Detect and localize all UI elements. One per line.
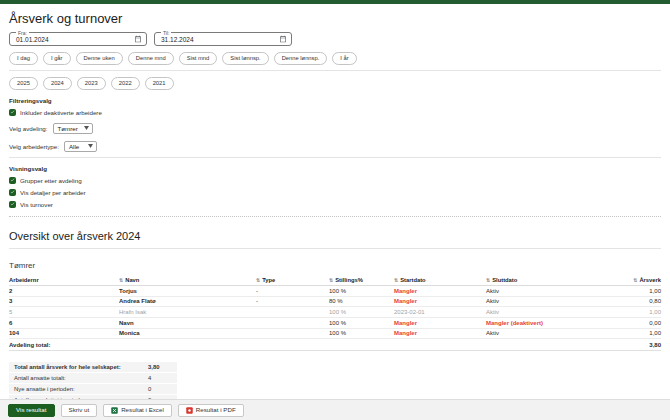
fte-table-header-row: Arbeidernr ⇅Navn ⇅Type ⇅Stillings% ⇅Star… xyxy=(9,275,661,286)
column-header-navn[interactable]: ⇅Navn xyxy=(119,275,256,286)
year-button[interactable]: 2021 xyxy=(145,77,174,90)
quick-range-row: I dag I går Denne uken Denne mnd Sist mn… xyxy=(9,52,661,65)
quick-range-button[interactable]: I går xyxy=(43,52,71,65)
worker-end-date: Aktiv xyxy=(486,296,598,307)
results-heading: Oversikt over årsverk 2024 xyxy=(9,230,661,242)
summary-label: Nye ansatte i perioden: xyxy=(9,384,143,394)
worker-start-date: 2023-02-01 xyxy=(394,307,486,318)
summary-value: 3,80 xyxy=(143,362,177,372)
check-icon xyxy=(10,177,15,183)
display-option-row[interactable]: Grupper etter avdeling xyxy=(9,177,661,184)
include-deactivated-checkbox[interactable] xyxy=(9,109,16,116)
department-select[interactable]: Tømrer xyxy=(53,123,93,134)
display-option-label: Vis turnover xyxy=(20,201,53,208)
quick-range-button[interactable]: I år xyxy=(332,52,356,65)
sort-icon: ⇅ xyxy=(486,277,490,283)
check-icon xyxy=(10,201,15,207)
summary-row: Nye ansatte i perioden: 0 xyxy=(9,384,177,394)
column-header-arbeidernr[interactable]: Arbeidernr xyxy=(9,275,119,286)
column-header-type[interactable]: ⇅Type xyxy=(256,275,329,286)
year-button[interactable]: 2025 xyxy=(9,77,38,90)
quick-range-button[interactable]: I dag xyxy=(9,52,38,65)
date-to-field[interactable]: Til: 31.12.2024 xyxy=(154,32,292,46)
worker-end-date: Mangler (deaktivert) xyxy=(486,317,598,328)
sort-icon: ⇅ xyxy=(633,277,637,283)
summary-row: Antall ansatte totalt: 4 xyxy=(9,373,177,383)
department-total-row: Avdeling total: 3,80 xyxy=(9,339,661,351)
department-total-value: 3,80 xyxy=(598,339,661,351)
display-options: Grupper etter avdeling Vis detaljer per … xyxy=(9,177,661,208)
quick-range-button[interactable]: Denne mnd xyxy=(128,52,174,65)
worker-position-pct: 80 % xyxy=(329,296,394,307)
worker-type-select[interactable]: Alle xyxy=(64,141,97,152)
worker-fte: 1,00 xyxy=(598,307,661,318)
worker-fte: 0,80 xyxy=(598,296,661,307)
report-page: Årsverk og turnover Fra: 01.01.2024 Til:… xyxy=(0,12,670,420)
worker-number: 2 xyxy=(9,286,119,297)
export-pdf-button[interactable]: Resultat i PDF xyxy=(178,404,244,417)
date-from-field[interactable]: Fra: 01.01.2024 xyxy=(9,32,147,46)
calendar-icon[interactable] xyxy=(279,35,287,43)
include-deactivated-row[interactable]: Inkluder deaktiverte arbeidere xyxy=(9,109,661,116)
year-button[interactable]: 2024 xyxy=(43,77,72,90)
sort-icon: ⇅ xyxy=(329,277,333,283)
column-header-startdato[interactable]: ⇅Startdato xyxy=(394,275,486,286)
summary-label: Antall ansatte totalt: xyxy=(9,373,143,383)
department-label: Velg avdeling: xyxy=(9,125,48,132)
summary-value: 4 xyxy=(143,373,177,383)
view-result-button[interactable]: Vis resultat xyxy=(8,404,55,417)
summary-value: 0 xyxy=(143,384,177,394)
include-deactivated-label: Inkluder deaktiverte arbeidere xyxy=(20,109,102,116)
display-option-label: Grupper etter avdeling xyxy=(20,177,82,184)
worker-number: 104 xyxy=(9,328,119,339)
divider xyxy=(9,248,661,249)
date-from-value[interactable]: 01.01.2024 xyxy=(16,36,134,43)
sort-icon: ⇅ xyxy=(119,277,123,283)
worker-type-selected-value: Alle xyxy=(69,143,79,150)
display-option-row[interactable]: Vis turnover xyxy=(9,201,661,208)
worker-number: 6 xyxy=(9,317,119,328)
export-excel-button[interactable]: Resultat i Excel xyxy=(103,404,172,417)
page-title: Årsverk og turnover xyxy=(9,12,661,25)
worker-end-date: Aktiv xyxy=(486,286,598,297)
summary-label: Total antall årsverk for hele selskapet: xyxy=(9,362,143,372)
worker-fte: 1,00 xyxy=(598,286,661,297)
quick-range-button[interactable]: Sist mnd xyxy=(179,52,218,65)
column-header-sluttdato[interactable]: ⇅Sluttdato xyxy=(486,275,598,286)
date-to-value[interactable]: 31.12.2024 xyxy=(161,36,279,43)
divider xyxy=(9,157,661,158)
display-option-checkbox[interactable] xyxy=(9,189,16,196)
display-option-checkbox[interactable] xyxy=(9,177,16,184)
worker-type xyxy=(256,328,329,339)
chevron-down-icon xyxy=(84,126,89,130)
column-header-stillingsprosent[interactable]: ⇅Stillings% xyxy=(329,275,394,286)
calendar-icon[interactable] xyxy=(134,35,142,43)
worker-name: Torjus xyxy=(119,286,256,297)
pdf-icon xyxy=(186,407,193,414)
quick-range-button[interactable]: Denne uken xyxy=(76,52,123,65)
print-button[interactable]: Skriv ut xyxy=(61,404,98,417)
worker-number: 3 xyxy=(9,296,119,307)
quick-range-button[interactable]: Sist lønnsp. xyxy=(222,52,268,65)
dotted-divider xyxy=(9,216,661,217)
display-option-checkbox[interactable] xyxy=(9,201,16,208)
display-option-row[interactable]: Vis detaljer per arbeider xyxy=(9,189,661,196)
worker-start-date: Mangler xyxy=(394,286,486,297)
worker-end-date: Aktiv xyxy=(486,328,598,339)
worker-start-date: Mangler xyxy=(394,317,486,328)
sort-icon: ⇅ xyxy=(256,277,260,283)
summary-row: Total antall årsverk for hele selskapet:… xyxy=(9,362,177,372)
quick-range-button[interactable]: Denne lønnsp. xyxy=(274,52,328,65)
worker-name: Andrea Flatø xyxy=(119,296,256,307)
column-header-aarsverk[interactable]: ⇅Årsverk xyxy=(598,275,661,286)
year-button[interactable]: 2022 xyxy=(111,77,140,90)
worker-position-pct: 100 % xyxy=(329,286,394,297)
date-to-label: Til: xyxy=(161,30,171,36)
date-range-row: Fra: 01.01.2024 Til: 31.12.2024 xyxy=(9,32,661,46)
chevron-down-icon xyxy=(88,144,93,148)
year-button[interactable]: 2023 xyxy=(77,77,106,90)
worker-start-date: Mangler xyxy=(394,328,486,339)
worker-type-select-row: Velg arbeidertype: Alle xyxy=(9,141,661,152)
worker-fte: 0,00 xyxy=(598,317,661,328)
worker-name: Navn xyxy=(119,317,256,328)
